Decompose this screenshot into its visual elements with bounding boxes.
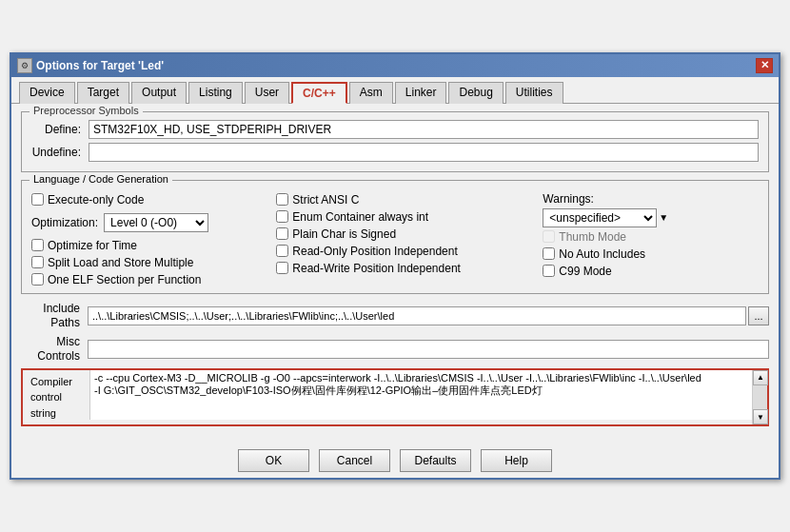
tab-utilities[interactable]: Utilities <box>505 82 563 104</box>
thumb-mode-row: Thumb Mode <box>543 229 759 245</box>
preprocessor-title: Preprocessor Symbols <box>30 105 143 116</box>
read-write-pos-checkbox[interactable] <box>276 262 288 274</box>
one-elf-label: One ELF Section per Function <box>48 273 201 286</box>
tab-asm[interactable]: Asm <box>349 82 393 104</box>
window-icon: ⚙ <box>17 58 32 73</box>
read-only-pos-row: Read-Only Position Independent <box>276 244 535 259</box>
warnings-label: Warnings: <box>543 192 759 206</box>
split-load-row: Split Load and Store Multiple <box>31 255 268 270</box>
compiler-textarea[interactable]: -c --cpu Cortex-M3 -D__MICROLIB -g -O0 -… <box>89 370 752 420</box>
button-bar: OK Cancel Defaults Help <box>11 442 779 478</box>
read-write-pos-label: Read-Write Position Independent <box>292 262 461 275</box>
strict-ansi-checkbox[interactable] <box>276 193 288 206</box>
one-elf-row: One ELF Section per Function <box>31 272 268 287</box>
define-input[interactable] <box>89 120 759 139</box>
tab-cpp[interactable]: C/C++ <box>291 82 347 104</box>
preprocessor-section: Preprocessor Symbols Define: Undefine: <box>21 111 769 172</box>
defaults-button[interactable]: Defaults <box>400 449 471 472</box>
optimization-select[interactable]: Level 0 (-O0) <box>104 213 208 232</box>
ok-button[interactable]: OK <box>238 449 309 472</box>
compiler-input-col: -c --cpu Cortex-M3 -D__MICROLIB -g -O0 -… <box>89 370 767 425</box>
warnings-group: Warnings: <unspecified> ▼ <box>543 192 759 227</box>
compiler-section: Compiler control string -c --cpu Cortex-… <box>21 368 769 427</box>
compiler-scrollbar: ▲ ▼ <box>752 370 767 425</box>
tab-bar: Device Target Output Listing User C/C++ … <box>11 77 779 104</box>
tab-debug[interactable]: Debug <box>448 82 503 104</box>
execute-only-row: Execute-only Code <box>31 192 268 207</box>
scroll-track <box>753 385 767 410</box>
optimize-time-row: Optimize for Time <box>31 238 268 253</box>
misc-input[interactable] <box>88 340 769 359</box>
tab-listing[interactable]: Listing <box>188 82 243 104</box>
scroll-up-arrow[interactable]: ▲ <box>753 370 768 385</box>
c99-mode-row: C99 Mode <box>543 264 759 279</box>
no-auto-includes-row: No Auto Includes <box>543 246 759 262</box>
close-button[interactable]: ✕ <box>756 58 773 73</box>
help-button[interactable]: Help <box>481 449 552 472</box>
optimize-time-label: Optimize for Time <box>48 239 137 252</box>
main-window: ⚙ Options for Target 'Led' ✕ Device Targ… <box>10 52 780 481</box>
c99-mode-checkbox[interactable] <box>543 265 555 277</box>
language-section: Language / Code Generation Execute-only … <box>21 180 769 294</box>
thumb-mode-label: Thumb Mode <box>559 230 626 244</box>
split-load-checkbox[interactable] <box>31 256 44 268</box>
strict-ansi-label: Strict ANSI C <box>292 193 359 207</box>
lang-col1: Execute-only Code Optimization: Level 0 … <box>31 192 268 287</box>
lang-col2: Strict ANSI C Enum Container always int … <box>276 192 535 287</box>
misc-controls-row: Misc Controls <box>21 335 769 365</box>
c99-mode-label: C99 Mode <box>559 265 611 278</box>
title-bar-left: ⚙ Options for Target 'Led' <box>17 58 164 73</box>
tab-output[interactable]: Output <box>131 82 187 104</box>
tab-device[interactable]: Device <box>19 82 75 104</box>
execute-only-label: Execute-only Code <box>48 193 144 207</box>
undefine-row: Undefine: <box>31 143 759 162</box>
plain-char-row: Plain Char is Signed <box>276 227 535 242</box>
plain-char-checkbox[interactable] <box>276 227 288 240</box>
one-elf-checkbox[interactable] <box>31 273 44 286</box>
window-title: Options for Target 'Led' <box>36 59 164 72</box>
include-paths-label: Include Paths <box>21 302 88 331</box>
optimization-row: Optimization: Level 0 (-O0) <box>31 213 268 232</box>
tab-target[interactable]: Target <box>77 82 129 104</box>
no-auto-includes-checkbox[interactable] <box>543 247 555 260</box>
no-auto-includes-label: No Auto Includes <box>559 247 645 261</box>
tab-user[interactable]: User <box>245 82 289 104</box>
enum-container-row: Enum Container always int <box>276 209 535 225</box>
read-write-pos-row: Read-Write Position Independent <box>276 261 535 276</box>
optimize-time-checkbox[interactable] <box>31 239 44 251</box>
scroll-down-arrow[interactable]: ▼ <box>753 409 768 424</box>
undefine-label: Undefine: <box>31 146 89 159</box>
execute-only-checkbox[interactable] <box>31 193 44 206</box>
include-paths-row: Include Paths ... <box>21 302 769 331</box>
warnings-dropdown-arrow[interactable]: ▼ <box>659 212 668 223</box>
read-only-pos-checkbox[interactable] <box>276 245 288 257</box>
read-only-pos-label: Read-Only Position Independent <box>292 245 457 258</box>
strict-ansi-row: Strict ANSI C <box>276 192 535 207</box>
enum-container-label: Enum Container always int <box>292 210 428 224</box>
title-bar: ⚙ Options for Target 'Led' ✕ <box>11 54 779 77</box>
tab-linker[interactable]: Linker <box>395 82 447 104</box>
undefine-input[interactable] <box>89 143 759 162</box>
plain-char-label: Plain Char is Signed <box>292 227 396 241</box>
enum-container-checkbox[interactable] <box>276 210 288 223</box>
define-row: Define: <box>31 120 759 139</box>
define-label: Define: <box>31 123 89 136</box>
split-load-label: Split Load and Store Multiple <box>48 256 193 269</box>
cancel-button[interactable]: Cancel <box>319 449 390 472</box>
warnings-select[interactable]: <unspecified> <box>543 208 657 227</box>
language-title: Language / Code Generation <box>30 173 172 185</box>
browse-button[interactable]: ... <box>748 306 769 325</box>
misc-label: Misc Controls <box>21 335 88 365</box>
compiler-label: Compiler control string <box>23 370 89 425</box>
main-content: Preprocessor Symbols Define: Undefine: L… <box>11 104 779 443</box>
optimization-label: Optimization: <box>31 216 98 229</box>
lang-col3: Warnings: <unspecified> ▼ Thumb Mode <box>543 192 759 287</box>
thumb-mode-checkbox <box>543 230 555 243</box>
include-paths-input[interactable] <box>88 306 746 325</box>
